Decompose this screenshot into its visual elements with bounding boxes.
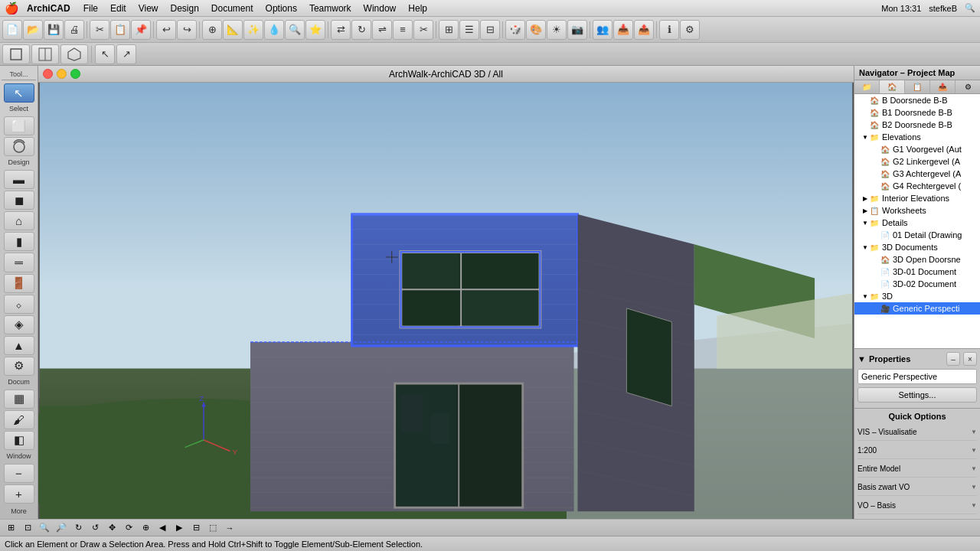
qo-row-2[interactable]: Entire Model ▼ — [858, 461, 977, 478]
bt-next[interactable]: ▶ — [172, 521, 187, 535]
qo-row-1[interactable]: 1:200 ▼ — [858, 442, 977, 459]
fill-tool[interactable]: ▦ — [4, 390, 34, 409]
marquee-tool[interactable]: ⬜ — [4, 116, 34, 135]
grid-btn[interactable]: ⊞ — [439, 20, 459, 40]
save-btn[interactable]: 💾 — [44, 20, 64, 40]
tree-item[interactable]: 📄 3D-01 Document — [854, 266, 980, 278]
menu-window[interactable]: Window — [358, 2, 402, 15]
paste-btn[interactable]: 📌 — [131, 20, 151, 40]
bt-pan[interactable]: ✥ — [104, 521, 119, 535]
bt-rotate-ccw[interactable]: ↺ — [87, 521, 103, 535]
tree-item[interactable]: ▶ 📋 Worksheets — [854, 204, 980, 217]
stair-tool[interactable]: ⚙ — [4, 357, 34, 376]
tree-item[interactable]: 🏠 B1 Doorsnede B-B — [854, 106, 980, 119]
section-btn[interactable] — [31, 44, 59, 64]
move-btn[interactable]: ⇄ — [331, 20, 351, 40]
props-collapse-btn[interactable]: – — [946, 352, 960, 366]
tree-item[interactable]: ▶ 📁 Interior Elevations — [854, 192, 980, 204]
bt-fit[interactable]: ⊞ — [3, 521, 18, 535]
snap-btn[interactable]: ⊕ — [202, 20, 222, 40]
menu-edit[interactable]: Edit — [105, 2, 132, 15]
viewport[interactable]: ArchWalk-ArchiCAD 3D / All — [38, 66, 854, 519]
settings-btn[interactable]: Settings... — [858, 387, 977, 403]
bt-zoom-out[interactable]: 🔎 — [54, 521, 69, 535]
tree-item[interactable]: 🏠 3D Open Doorsne — [854, 253, 980, 266]
receive-btn[interactable]: 📥 — [613, 20, 633, 40]
window-tool[interactable]: ⬦ — [4, 295, 34, 314]
settings2-btn[interactable]: ⚙ — [680, 20, 700, 40]
tree-item[interactable]: 🏠 G3 Achtergevel (A — [854, 168, 980, 180]
open-btn[interactable]: 📂 — [23, 20, 43, 40]
apple-menu[interactable]: 🍎 — [5, 2, 19, 15]
tree-item[interactable]: ▼ 📁 3D Documents — [854, 241, 980, 253]
menu-options[interactable]: Options — [260, 2, 302, 15]
bt-grid2[interactable]: ⊟ — [188, 521, 204, 535]
storey-btn[interactable]: ☰ — [459, 20, 479, 40]
tree-item[interactable]: 🏠 G4 Rechtergevel ( — [854, 180, 980, 192]
undo-btn[interactable]: ↩ — [156, 20, 176, 40]
menu-document[interactable]: Document — [206, 2, 259, 15]
nav-tab-settings[interactable]: ⚙ — [956, 80, 980, 93]
redo-btn[interactable]: ↪ — [177, 20, 197, 40]
bt-zoom-fit[interactable]: ⊡ — [20, 521, 35, 535]
props-name-input[interactable] — [858, 369, 977, 384]
tree-item[interactable]: ▼ 📁 Details — [854, 217, 980, 229]
qo-row-3[interactable]: Basis zwart VO ▼ — [858, 479, 977, 496]
tree-item[interactable]: 🏠 B Doorsnede B-B — [854, 94, 980, 106]
nav-tab-project[interactable]: 📁 — [854, 80, 880, 93]
search-icon[interactable]: 🔍 — [965, 3, 975, 13]
copy-btn[interactable]: 📋 — [110, 20, 130, 40]
zone-tool[interactable]: ◧ — [4, 431, 34, 450]
send-btn[interactable]: 📤 — [634, 20, 654, 40]
tree-item[interactable]: 📄 3D-02 Document — [854, 278, 980, 290]
print-btn[interactable]: 🖨 — [64, 20, 84, 40]
bt-rotate-cw[interactable]: ↻ — [70, 521, 86, 535]
menu-file[interactable]: File — [78, 2, 103, 15]
3d-btn[interactable] — [60, 44, 88, 64]
tree-item[interactable]: ▼ 📁 Elevations — [854, 131, 980, 143]
bt-capture[interactable]: ⬚ — [205, 521, 220, 535]
search2-btn[interactable]: 🔍 — [285, 20, 305, 40]
layer-btn[interactable]: ⊟ — [480, 20, 500, 40]
render-btn[interactable]: 🎨 — [526, 20, 546, 40]
tree-item[interactable]: 🏠 B2 Doorsnede B-B — [854, 119, 980, 131]
menu-help[interactable]: Help — [403, 2, 433, 15]
bt-zoom-in[interactable]: 🔍 — [37, 521, 52, 535]
pointer2-btn[interactable]: ↗ — [116, 44, 136, 64]
info-btn[interactable]: ℹ — [659, 20, 679, 40]
slab-tool[interactable]: ◼ — [4, 191, 34, 210]
new-btn[interactable]: 📄 — [2, 20, 22, 40]
bt-flythrough[interactable]: → — [222, 521, 237, 535]
eyedrop-btn[interactable]: 💧 — [264, 20, 284, 40]
nav-tree[interactable]: 🏠 B Doorsnede B-B 🏠 B1 Doorsnede B-B 🏠 B… — [854, 94, 980, 348]
props-collapse-icon[interactable]: ▼ — [858, 354, 866, 364]
rotate-btn[interactable]: ↻ — [351, 20, 371, 40]
beam-tool[interactable]: ═ — [4, 253, 34, 272]
tree-item[interactable]: 🏠 G2 Linkergevel (A — [854, 155, 980, 168]
tree-item[interactable]: 🎥 Generic Perspecti — [854, 302, 980, 315]
nav-tab-publisher[interactable]: 📤 — [930, 80, 956, 93]
tree-item[interactable]: ▼ 📁 3D — [854, 290, 980, 302]
paint-tool[interactable]: 🖌 — [4, 410, 34, 429]
select-tool[interactable]: ↖ — [4, 83, 34, 103]
nav-tab-layouts[interactable]: 📋 — [905, 80, 930, 93]
plan-btn[interactable] — [2, 44, 30, 64]
trim-btn[interactable]: ✂ — [413, 20, 433, 40]
mirror-btn[interactable]: ⇌ — [372, 20, 392, 40]
object-tool[interactable]: ◈ — [4, 315, 34, 334]
favorites-btn[interactable]: ⭐ — [305, 20, 325, 40]
magic-btn[interactable]: ✨ — [243, 20, 263, 40]
door-tool[interactable]: 🚪 — [4, 274, 34, 293]
props-close-btn[interactable]: × — [963, 352, 977, 366]
zoom-plus[interactable]: + — [4, 484, 34, 504]
tree-item[interactable]: 📄 01 Detail (Drawing — [854, 229, 980, 241]
bt-orbit[interactable]: ⟳ — [121, 521, 136, 535]
menu-design[interactable]: Design — [165, 2, 204, 15]
lamp-tool[interactable]: ▲ — [4, 336, 34, 355]
teamwork-btn[interactable]: 👥 — [593, 20, 612, 40]
cut-btn[interactable]: ✂ — [90, 20, 109, 40]
nav-tab-views[interactable]: 🏠 — [880, 80, 905, 93]
tree-item[interactable]: 🏠 G1 Voorgevel (Aut — [854, 143, 980, 155]
zoom-minus[interactable]: − — [4, 464, 34, 483]
cam-btn[interactable]: 📷 — [567, 20, 587, 40]
